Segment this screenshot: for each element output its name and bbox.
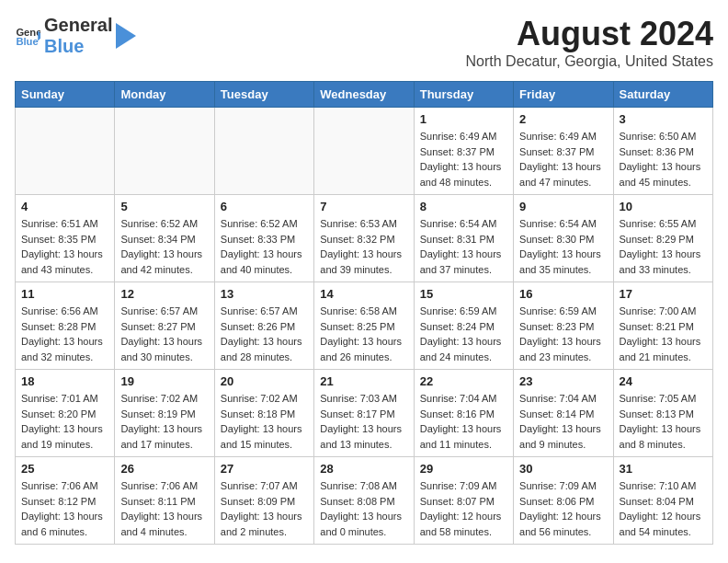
logo-general-text: General (44, 15, 112, 35)
svg-text:Blue: Blue (16, 36, 38, 47)
day-number: 3 (620, 112, 707, 126)
table-row: 22Sunrise: 7:04 AMSunset: 8:16 PMDayligh… (414, 370, 513, 457)
day-info: Sunrise: 6:50 AMSunset: 8:36 PMDaylight:… (620, 129, 707, 190)
day-number: 24 (620, 374, 707, 388)
day-number: 20 (221, 374, 308, 388)
table-row: 2Sunrise: 6:49 AMSunset: 8:37 PMDaylight… (514, 108, 613, 195)
header-wednesday: Wednesday (314, 82, 414, 108)
day-number: 18 (21, 374, 108, 388)
day-info: Sunrise: 6:57 AMSunset: 8:27 PMDaylight:… (120, 304, 208, 364)
table-row: 17Sunrise: 7:00 AMSunset: 8:21 PMDayligh… (613, 282, 712, 370)
table-row: 7Sunrise: 6:53 AMSunset: 8:32 PMDaylight… (314, 195, 414, 282)
day-info: Sunrise: 7:02 AMSunset: 8:19 PMDaylight:… (120, 391, 208, 452)
table-row: 1Sunrise: 6:49 AMSunset: 8:37 PMDaylight… (414, 108, 513, 195)
day-info: Sunrise: 6:52 AMSunset: 8:34 PMDaylight:… (120, 216, 208, 277)
day-info: Sunrise: 7:06 AMSunset: 8:12 PMDaylight:… (21, 478, 108, 539)
table-row (16, 108, 115, 195)
day-number: 31 (620, 462, 707, 476)
day-info: Sunrise: 6:51 AMSunset: 8:35 PMDaylight:… (21, 216, 108, 277)
calendar-header-row: Sunday Monday Tuesday Wednesday Thursday… (16, 82, 713, 108)
table-row (214, 108, 313, 195)
table-row: 12Sunrise: 6:57 AMSunset: 8:27 PMDayligh… (115, 282, 214, 370)
day-info: Sunrise: 6:55 AMSunset: 8:29 PMDaylight:… (620, 216, 707, 277)
table-row: 26Sunrise: 7:06 AMSunset: 8:11 PMDayligh… (115, 457, 214, 545)
table-row: 13Sunrise: 6:57 AMSunset: 8:26 PMDayligh… (214, 282, 313, 370)
table-row: 15Sunrise: 6:59 AMSunset: 8:24 PMDayligh… (414, 282, 513, 370)
table-row: 4Sunrise: 6:51 AMSunset: 8:35 PMDaylight… (16, 195, 115, 282)
day-info: Sunrise: 7:04 AMSunset: 8:14 PMDaylight:… (519, 391, 607, 452)
week-row-5: 25Sunrise: 7:06 AMSunset: 8:12 PMDayligh… (16, 457, 713, 545)
day-number: 4 (21, 200, 108, 213)
table-row: 21Sunrise: 7:03 AMSunset: 8:17 PMDayligh… (314, 370, 414, 457)
day-number: 12 (120, 287, 208, 301)
day-info: Sunrise: 6:49 AMSunset: 8:37 PMDaylight:… (420, 129, 507, 190)
day-info: Sunrise: 7:01 AMSunset: 8:20 PMDaylight:… (21, 391, 108, 452)
day-info: Sunrise: 7:10 AMSunset: 8:04 PMDaylight:… (620, 478, 707, 539)
day-number: 11 (21, 287, 108, 301)
table-row: 11Sunrise: 6:56 AMSunset: 8:28 PMDayligh… (16, 282, 115, 370)
day-number: 7 (320, 200, 407, 213)
day-number: 6 (221, 200, 308, 213)
day-number: 5 (120, 200, 208, 213)
table-row: 20Sunrise: 7:02 AMSunset: 8:18 PMDayligh… (214, 370, 313, 457)
day-info: Sunrise: 6:54 AMSunset: 8:30 PMDaylight:… (519, 216, 607, 277)
table-row: 25Sunrise: 7:06 AMSunset: 8:12 PMDayligh… (16, 457, 115, 545)
day-info: Sunrise: 7:09 AMSunset: 8:06 PMDaylight:… (519, 478, 607, 539)
table-row: 31Sunrise: 7:10 AMSunset: 8:04 PMDayligh… (613, 457, 712, 545)
day-info: Sunrise: 6:53 AMSunset: 8:32 PMDaylight:… (320, 216, 407, 277)
table-row: 24Sunrise: 7:05 AMSunset: 8:13 PMDayligh… (613, 370, 712, 457)
day-number: 22 (420, 374, 507, 388)
day-number: 23 (519, 374, 607, 388)
logo-blue-text: Blue (44, 36, 84, 56)
day-info: Sunrise: 7:04 AMSunset: 8:16 PMDaylight:… (420, 391, 507, 452)
header-tuesday: Tuesday (214, 82, 313, 108)
logo: General Blue General Blue (15, 15, 136, 57)
table-row: 6Sunrise: 6:52 AMSunset: 8:33 PMDaylight… (214, 195, 313, 282)
logo-arrow-icon (116, 23, 136, 49)
day-number: 14 (320, 287, 407, 301)
table-row: 10Sunrise: 6:55 AMSunset: 8:29 PMDayligh… (613, 195, 712, 282)
calendar-table: Sunday Monday Tuesday Wednesday Thursday… (15, 81, 713, 545)
table-row: 29Sunrise: 7:09 AMSunset: 8:07 PMDayligh… (414, 457, 513, 545)
day-info: Sunrise: 6:56 AMSunset: 8:28 PMDaylight:… (21, 304, 108, 364)
day-info: Sunrise: 7:03 AMSunset: 8:17 PMDaylight:… (320, 391, 407, 452)
day-number: 27 (221, 462, 308, 476)
header-friday: Friday (514, 82, 613, 108)
table-row: 28Sunrise: 7:08 AMSunset: 8:08 PMDayligh… (314, 457, 414, 545)
table-row (115, 108, 214, 195)
day-number: 9 (519, 200, 607, 213)
day-info: Sunrise: 7:02 AMSunset: 8:18 PMDaylight:… (221, 391, 308, 452)
svg-marker-3 (116, 23, 136, 49)
header-sunday: Sunday (16, 82, 115, 108)
table-row: 8Sunrise: 6:54 AMSunset: 8:31 PMDaylight… (414, 195, 513, 282)
logo-icon: General Blue (15, 23, 40, 49)
day-number: 21 (320, 374, 407, 388)
day-number: 30 (519, 462, 607, 476)
table-row: 18Sunrise: 7:01 AMSunset: 8:20 PMDayligh… (16, 370, 115, 457)
table-row: 5Sunrise: 6:52 AMSunset: 8:34 PMDaylight… (115, 195, 214, 282)
table-row: 9Sunrise: 6:54 AMSunset: 8:30 PMDaylight… (514, 195, 613, 282)
week-row-1: 1Sunrise: 6:49 AMSunset: 8:37 PMDaylight… (16, 108, 713, 195)
day-info: Sunrise: 7:00 AMSunset: 8:21 PMDaylight:… (620, 304, 707, 364)
page-header: General Blue General Blue August 2024 No… (15, 15, 713, 70)
day-info: Sunrise: 6:57 AMSunset: 8:26 PMDaylight:… (221, 304, 308, 364)
day-number: 26 (120, 462, 208, 476)
header-thursday: Thursday (414, 82, 513, 108)
day-number: 19 (120, 374, 208, 388)
day-number: 8 (420, 200, 507, 213)
day-number: 25 (21, 462, 108, 476)
day-info: Sunrise: 6:54 AMSunset: 8:31 PMDaylight:… (420, 216, 507, 277)
header-saturday: Saturday (613, 82, 712, 108)
day-number: 15 (420, 287, 507, 301)
table-row: 14Sunrise: 6:58 AMSunset: 8:25 PMDayligh… (314, 282, 414, 370)
day-number: 1 (420, 112, 507, 126)
title-block: August 2024 North Decatur, Georgia, Unit… (466, 15, 713, 70)
calendar-subtitle: North Decatur, Georgia, United States (466, 53, 713, 70)
calendar-title: August 2024 (466, 15, 713, 53)
day-number: 13 (221, 287, 308, 301)
day-number: 17 (620, 287, 707, 301)
table-row (314, 108, 414, 195)
day-info: Sunrise: 7:06 AMSunset: 8:11 PMDaylight:… (120, 478, 208, 539)
day-number: 29 (420, 462, 507, 476)
table-row: 3Sunrise: 6:50 AMSunset: 8:36 PMDaylight… (613, 108, 712, 195)
